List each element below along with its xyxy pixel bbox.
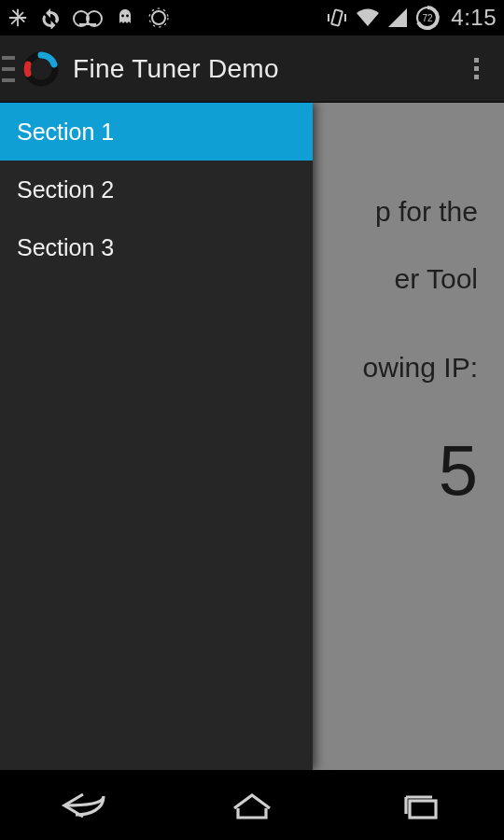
drawer-indicator-icon[interactable] (2, 56, 15, 82)
status-left-icons (7, 7, 170, 29)
cell-signal-icon (387, 7, 408, 28)
body-area: p for the er Tool owing IP: 5 Section 1 … (0, 103, 504, 770)
back-button[interactable] (28, 777, 140, 833)
cyanogen-icon (147, 7, 170, 29)
system-nav-bar (0, 770, 504, 840)
drawer-item-label: Section 3 (17, 234, 114, 261)
svg-rect-7 (410, 801, 436, 818)
drawer-item-section-2[interactable]: Section 2 (0, 161, 313, 218)
overflow-menu-button[interactable] (454, 47, 498, 91)
drawer-item-label: Section 1 (17, 119, 114, 146)
xposed-icon (7, 7, 28, 28)
wifi-icon (356, 7, 380, 28)
status-right-icons: 72 4:15 (326, 5, 497, 31)
recents-button[interactable] (364, 777, 476, 833)
svg-point-0 (121, 15, 124, 18)
battery-icon: 72 (415, 6, 440, 30)
battery-text: 72 (423, 13, 434, 23)
ghost-icon (114, 7, 136, 29)
app-logo-icon[interactable] (22, 50, 60, 88)
voicemail-icon (73, 10, 103, 25)
home-button[interactable] (196, 777, 308, 833)
drawer-item-section-1[interactable]: Section 1 (0, 103, 313, 161)
svg-point-2 (152, 11, 165, 24)
svg-point-1 (126, 15, 129, 18)
sync-icon (39, 7, 62, 29)
drawer-item-label: Section 2 (17, 176, 114, 203)
vibrate-icon (326, 7, 348, 29)
drawer-item-section-3[interactable]: Section 3 (0, 218, 313, 276)
svg-rect-4 (331, 9, 343, 26)
navigation-drawer: Section 1 Section 2 Section 3 (0, 103, 313, 770)
status-bar: 72 4:15 (0, 0, 504, 35)
status-clock: 4:15 (447, 5, 497, 31)
action-bar: Fine Tuner Demo (0, 35, 504, 103)
app-title: Fine Tuner Demo (73, 54, 279, 84)
